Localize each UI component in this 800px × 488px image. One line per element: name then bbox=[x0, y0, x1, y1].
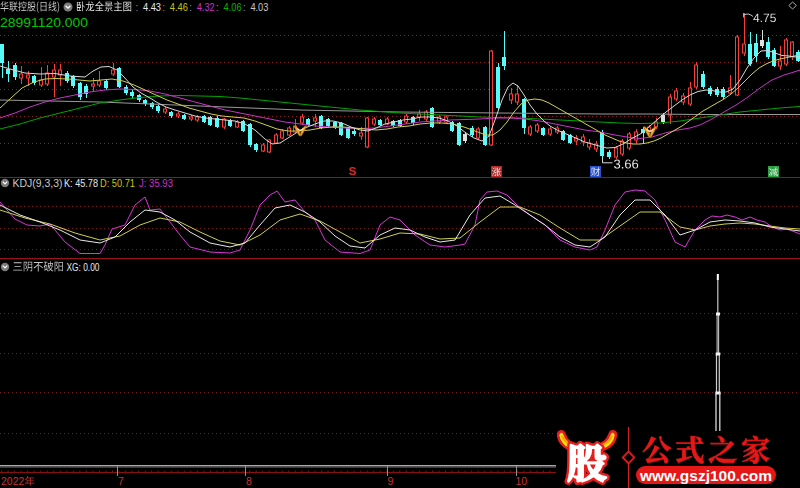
svg-text:4.32: 4.32 bbox=[197, 1, 215, 13]
svg-text:4.46: 4.46 bbox=[170, 1, 188, 13]
svg-text:www.gszj100.com: www.gszj100.com bbox=[639, 467, 772, 484]
svg-text::: : bbox=[136, 2, 139, 13]
svg-text:J: 35.93: J: 35.93 bbox=[139, 177, 173, 189]
svg-text:D: 50.71: D: 50.71 bbox=[100, 177, 135, 189]
svg-text:XG: 0.00: XG: 0.00 bbox=[67, 261, 100, 273]
svg-text::: : bbox=[189, 2, 192, 13]
svg-text::: : bbox=[243, 2, 246, 13]
svg-text:10: 10 bbox=[516, 475, 528, 487]
svg-text:28991120.000: 28991120.000 bbox=[0, 16, 88, 30]
svg-text:7: 7 bbox=[118, 475, 124, 487]
svg-text:9: 9 bbox=[388, 475, 394, 487]
svg-text:2022: 2022 bbox=[1, 475, 25, 487]
svg-text:4.43: 4.43 bbox=[143, 1, 161, 13]
svg-text:S: S bbox=[349, 165, 357, 177]
svg-text:8: 8 bbox=[246, 475, 252, 487]
svg-text::: : bbox=[216, 2, 219, 13]
svg-text:4.06: 4.06 bbox=[224, 1, 242, 13]
svg-text::: : bbox=[162, 2, 165, 13]
svg-text:4.03: 4.03 bbox=[250, 1, 268, 13]
svg-text:K: 45.78: K: 45.78 bbox=[64, 177, 98, 189]
svg-text:KDJ(9,3,3): KDJ(9,3,3) bbox=[13, 177, 63, 189]
